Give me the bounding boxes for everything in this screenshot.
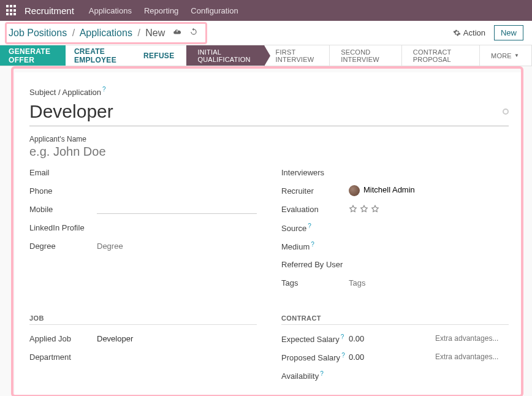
cloud-save-icon[interactable] [172,28,182,39]
gear-icon [453,29,461,37]
help-icon[interactable]: ? [341,333,344,340]
help-icon[interactable]: ? [308,223,311,229]
referred-input[interactable] [349,260,509,269]
recruiter-label: Recruiter [281,186,349,196]
phone-label: Phone [29,186,97,196]
star-icon[interactable] [371,205,379,213]
top-navbar: Recruitment Applications Reporting Confi… [0,0,532,21]
source-input[interactable] [349,223,509,232]
nav-configuration[interactable]: Configuration [191,6,238,15]
help-icon[interactable]: ? [341,352,345,359]
referred-label: Referred By User [281,260,349,269]
tags-input[interactable] [349,278,509,287]
interviewers-input[interactable] [349,168,509,177]
breadcrumb-bar: Job Positions / Applications / New Actio… [0,21,532,45]
stage-more-label: MORE [491,52,512,59]
expected-salary-input[interactable] [349,334,435,343]
phone-input[interactable] [97,186,257,196]
help-icon[interactable]: ? [320,370,324,377]
star-icon[interactable] [349,205,357,213]
evaluation-label: Evaluation [281,205,349,214]
expected-salary-label: Expected Salary? [281,333,349,344]
create-employee-button[interactable]: CREATE EMPLOYEE [66,45,135,66]
breadcrumb-applications[interactable]: Applications [80,28,132,38]
proposed-salary-extra-input[interactable] [435,352,509,361]
breadcrumb-sep: / [137,28,140,38]
form-card: Subject / Application? Applicant's Name … [15,72,523,396]
applicant-name-input[interactable] [29,145,509,159]
breadcrumb-job-positions[interactable]: Job Positions [9,28,67,38]
linkedin-input[interactable] [97,223,257,232]
interviewers-label: Interviewers [281,168,349,177]
mobile-label: Mobile [29,205,97,214]
new-button[interactable]: New [494,25,523,40]
job-section-header: JOB [29,314,257,325]
stage-second-interview[interactable]: SECOND INTERVIEW [330,45,402,66]
nav-reporting[interactable]: Reporting [144,6,178,15]
email-input[interactable] [97,168,257,177]
department-label: Department [29,352,97,362]
contract-section-header: CONTRACT [281,314,509,325]
stage-contract-proposal[interactable]: CONTRACT PROPOSAL [402,45,480,66]
mobile-input[interactable] [97,204,257,214]
tags-label: Tags [281,278,349,287]
medium-label: Medium? [281,241,349,251]
evaluation-stars[interactable] [349,205,379,213]
proposed-salary-label: Proposed Salary? [281,352,349,362]
availability-input[interactable] [349,371,509,380]
help-icon[interactable]: ? [311,241,314,248]
breadcrumb: Job Positions / Applications / New [9,28,165,39]
apps-icon[interactable] [6,5,17,16]
email-label: Email [29,168,97,177]
stage-more[interactable]: MORE▼ [480,45,532,66]
star-icon[interactable] [360,205,368,213]
applied-job-label: Applied Job [29,334,97,343]
stage-bar: GENERATE OFFER CREATE EMPLOYEE REFUSE IN… [0,45,532,66]
applicant-name-label: Applicant's Name [29,135,509,143]
subject-label: Subject / Application? [29,86,509,97]
app-brand[interactable]: Recruitment [25,6,74,16]
stage-first-interview[interactable]: FIRST INTERVIEW [265,45,330,66]
subject-input[interactable] [29,100,509,126]
stage-initial-qualification[interactable]: INITIAL QUALIFICATION [186,45,264,66]
discard-icon[interactable] [189,28,198,39]
refuse-button[interactable]: REFUSE [135,45,183,66]
breadcrumb-sep: / [72,28,75,38]
availability-label: Availability? [281,370,349,381]
generate-offer-button[interactable]: GENERATE OFFER [0,45,66,66]
source-label: Source? [281,223,349,233]
help-icon[interactable]: ? [102,86,106,93]
degree-input[interactable] [97,242,257,251]
chevron-down-icon: ▼ [514,53,519,58]
action-menu[interactable]: Action [453,28,485,37]
degree-label: Degree [29,242,97,251]
avatar [349,185,360,196]
department-input[interactable] [97,352,257,362]
recruiter-value[interactable]: Mitchell Admin [349,185,415,196]
breadcrumb-current: New [145,28,165,38]
applied-job-input[interactable] [97,334,257,343]
nav-applications[interactable]: Applications [89,6,132,15]
proposed-salary-input[interactable] [349,352,435,362]
action-label: Action [463,28,485,37]
medium-input[interactable] [349,242,509,251]
linkedin-label: LinkedIn Profile [29,223,97,232]
expected-salary-extra-input[interactable] [435,334,509,343]
